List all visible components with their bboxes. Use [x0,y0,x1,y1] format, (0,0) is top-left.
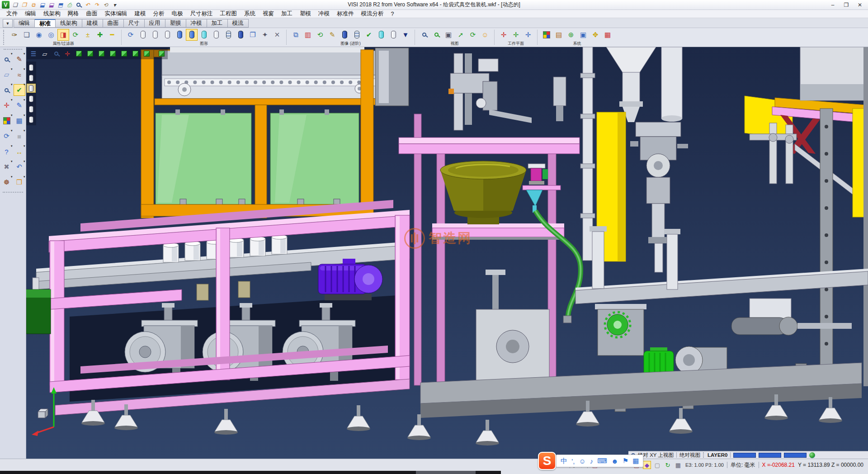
menu-item[interactable]: 模流分析 [358,10,387,18]
view-zoom-icon[interactable] [51,49,61,59]
ime-emoji-icon[interactable]: ☺ [579,457,586,465]
view-refresh-icon[interactable]: ⟳ [467,29,479,41]
ghost-cylinder-icon[interactable] [387,29,399,41]
save-icon[interactable]: ⬓ [38,1,46,9]
spline-edit-icon[interactable]: ≈ [14,69,25,81]
shaded-cylinder-icon[interactable] [174,29,185,41]
shaded-view-icon[interactable] [156,49,166,59]
wcs-axes-icon[interactable]: ✛ [1,100,13,111]
display-mode-1-icon[interactable] [27,63,36,72]
attribute-doc-icon[interactable]: ❏ [21,29,33,41]
image-settings-icon[interactable]: ▤ [553,29,565,41]
flat-cylinder-icon[interactable] [210,29,222,41]
attribute-brush-icon[interactable]: ✑ [9,29,20,41]
layers-palette-icon[interactable] [1,115,13,127]
refresh-status-icon[interactable]: ↻ [664,461,672,469]
open-file-icon[interactable]: ❒ [20,1,28,9]
zoom-previous-icon[interactable] [418,29,430,41]
grid-status-icon[interactable]: ▦ [674,461,682,469]
display-mode-2-icon[interactable] [27,73,36,82]
toolbar-grip[interactable] [3,30,5,45]
minimize-button[interactable]: – [826,1,839,9]
iso-view-6-icon[interactable] [130,49,140,59]
workplane-view-icon[interactable]: ✛ [522,29,534,41]
absolute-view-label[interactable]: 绝对视图 [679,452,700,459]
solid-dark-cylinder-icon[interactable] [339,29,350,41]
section-cylinder-icon[interactable] [351,29,363,41]
display-mode-5-icon[interactable] [27,104,36,114]
menu-item[interactable]: 实体编辑 [101,10,131,18]
edit-delete-icon[interactable]: ✎ [14,53,25,65]
refresh-icon[interactable]: ⟳ [1,130,13,142]
history-icon[interactable]: ⟲ [102,1,109,9]
validate-check-icon[interactable]: ✔ [14,84,25,96]
curve-edit-icon[interactable]: ✎ [14,100,25,111]
select-search-icon[interactable] [1,53,13,65]
menu-item[interactable]: 线架构 [40,10,64,18]
menu-item[interactable]: 编辑 [21,10,40,18]
ribbon-tab[interactable]: 标准 [35,19,56,28]
grid-plane-icon[interactable]: ▦ [602,29,613,41]
measure-distance-icon[interactable]: ↔ [14,146,25,157]
menu-item[interactable]: 系统 [241,10,259,18]
copy-graphics-icon[interactable]: ❐ [247,29,259,41]
preview-icon[interactable] [75,1,82,9]
filter-traffic-light-icon[interactable]: ◨ [57,29,69,41]
ime-more-icon[interactable]: ▦ [632,457,639,465]
group-cylinder-icon[interactable] [235,29,246,41]
render-smiley-icon[interactable]: ☺ [479,29,491,41]
sogou-logo-icon[interactable]: S [538,452,556,470]
shaded-edges-cylinder-icon[interactable] [186,29,198,41]
ime-skin-icon[interactable]: ⚑ [623,457,628,465]
undo-arrow-icon[interactable]: ↶ [14,161,25,173]
ribbon-tab[interactable]: 加工 [207,19,228,28]
image-edit-icon[interactable]: ✎ [326,29,338,41]
plane-select-icon[interactable]: ▱ [1,69,13,81]
menu-item[interactable]: ? [387,10,398,18]
graphics-tools-icon[interactable]: ✕ [271,29,283,41]
system-globe-icon[interactable]: ⊕ [565,29,577,41]
globe-icon[interactable] [809,452,815,458]
quickbar-more-icon[interactable]: ▾ [111,1,118,9]
menu-item[interactable]: 尺寸标注 [187,10,217,18]
view-arrow-icon[interactable]: ➚ [455,29,467,41]
help-icon[interactable]: ? [1,146,13,157]
window-grid-icon[interactable]: ▦ [14,115,25,127]
iso-view-4-icon[interactable] [108,49,118,59]
display-mode-4-icon[interactable] [27,94,36,103]
striped-cylinder-icon[interactable] [222,29,234,41]
ribbon-tab[interactable]: 尺寸 [124,19,145,28]
solid-cube-icon[interactable]: ■ [14,130,25,142]
menu-item[interactable]: 加工 [278,10,296,18]
ime-mic-icon[interactable]: ♪ [590,457,594,465]
color-palette-icon[interactable] [541,29,552,41]
image-refresh-icon[interactable]: ⟲ [314,29,326,41]
ribbon-tab[interactable]: 冲模 [186,19,207,28]
ribbon-tab[interactable]: 线架构 [56,19,82,28]
clip-cylinder-icon[interactable] [375,29,387,41]
display-mode-3-icon[interactable] [27,84,36,93]
zoom-window-icon[interactable]: ▣ [443,29,454,41]
menu-item[interactable]: 塑模 [296,10,315,18]
menu-item[interactable]: 曲面 [83,10,101,18]
open-folder-icon[interactable]: ❒ [14,176,25,188]
ribbon-tab[interactable]: 模流 [228,19,249,28]
menu-item[interactable]: 冲模 [315,10,333,18]
ribbon-tab[interactable]: 塑膜 [165,19,186,28]
monitor-settings-icon[interactable]: ▣ [577,29,589,41]
iso-view-1-icon[interactable] [74,49,84,59]
save-as-icon[interactable]: ⬓ [47,1,55,9]
active-layer-name[interactable]: LAYER0 [708,452,727,458]
iso-view-7-icon[interactable] [142,49,151,59]
ime-punct-icon[interactable]: ’, [571,457,575,465]
toggle-visibility-icon[interactable]: ± [82,29,94,41]
ime-user-icon[interactable]: ☻ [611,457,618,465]
hide-all-icon[interactable]: ━ [106,29,118,41]
cube-status-icon[interactable]: ◆ [643,461,651,469]
view-axes-icon[interactable]: ✛ [62,49,72,59]
dock-grip[interactable] [4,49,22,51]
move-hand-icon[interactable]: ✥ [590,29,601,41]
menu-item[interactable]: 标准件 [333,10,358,18]
ribbon-tab[interactable]: 应用 [145,19,165,28]
menu-item[interactable]: 网格 [64,10,83,18]
